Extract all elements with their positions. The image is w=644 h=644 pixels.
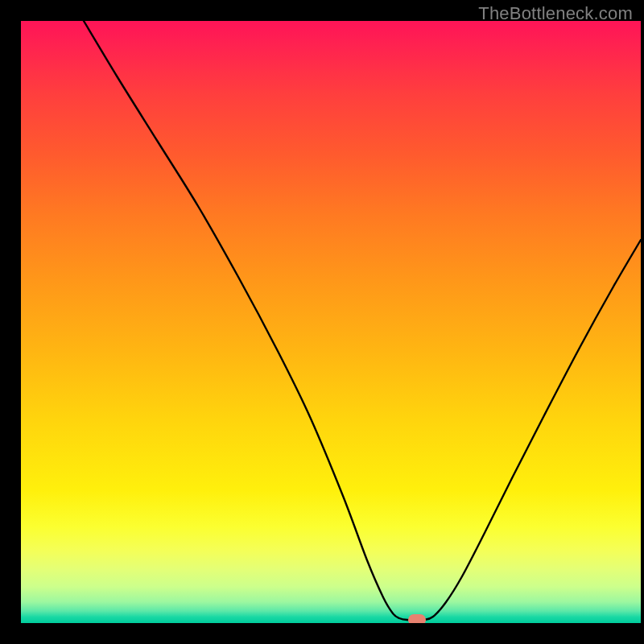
curve-path: [84, 21, 641, 620]
chart-frame: TheBottleneck.com: [0, 0, 644, 644]
plot-area: [21, 21, 641, 623]
current-position-marker: [408, 614, 426, 623]
bottleneck-curve: [21, 21, 641, 623]
watermark-text: TheBottleneck.com: [478, 3, 633, 24]
